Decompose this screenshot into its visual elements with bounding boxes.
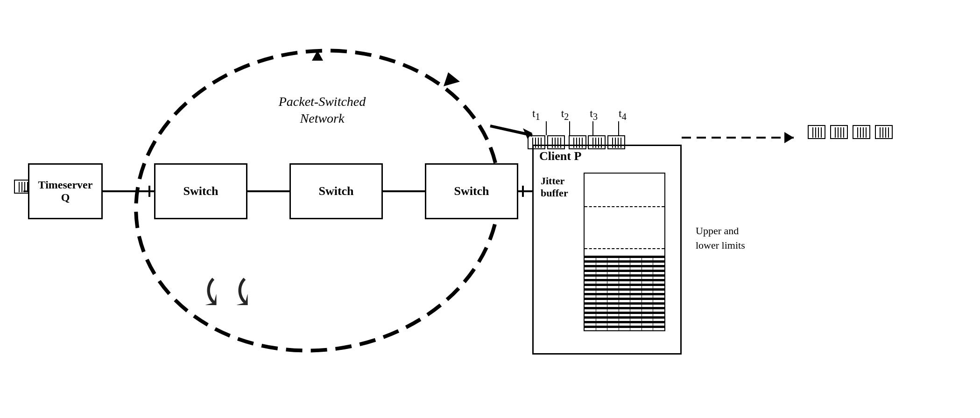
network-label: Packet-Switched Network [252, 93, 392, 127]
swirl-symbol: ⤸⤸ [196, 271, 259, 314]
switch3-box: Switch [425, 163, 518, 219]
packet [830, 125, 848, 139]
svg-marker-12 [784, 132, 794, 143]
packet [528, 135, 545, 149]
time-t3: t3 [590, 107, 598, 122]
limits-label: Upper and lower limits [696, 224, 789, 253]
packet [607, 135, 625, 149]
output-packets [808, 125, 893, 139]
switch1-box: Switch [154, 163, 247, 219]
packet [547, 135, 565, 149]
packet [853, 125, 870, 139]
packet [875, 125, 893, 139]
svg-line-8 [490, 126, 532, 135]
received-packets [528, 135, 625, 149]
time-t2: t2 [561, 107, 569, 122]
jitter-label: Jitter buffer [541, 175, 578, 200]
packet [808, 125, 825, 139]
time-t4: t4 [619, 107, 627, 122]
svg-marker-7 [444, 72, 460, 86]
svg-marker-18 [312, 50, 323, 61]
jitter-graphic [584, 173, 665, 331]
time-t1: t1 [532, 107, 540, 122]
switch2-box: Switch [289, 163, 383, 219]
diagram-container: Packet-Switched Network Timeserver Q Swi… [0, 0, 980, 418]
timeserver-box: Timeserver Q [28, 163, 103, 219]
packet [588, 135, 606, 149]
time-labels: t1 t2 t3 t4 [532, 107, 627, 122]
packet [569, 135, 586, 149]
client-label: Client P [539, 149, 581, 163]
